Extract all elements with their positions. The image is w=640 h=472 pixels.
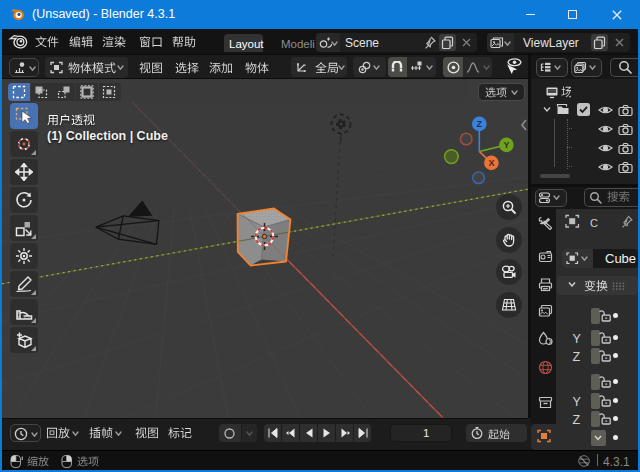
svg-text:Y: Y	[503, 140, 509, 150]
svg-text:Z: Z	[477, 119, 483, 129]
svg-text:X: X	[488, 158, 494, 168]
